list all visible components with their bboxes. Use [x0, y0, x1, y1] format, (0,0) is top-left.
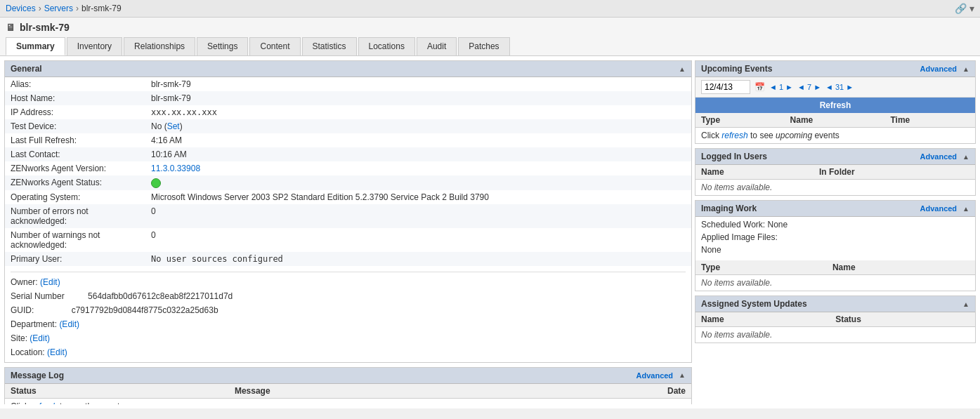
general-section: General ▲ Alias: blr-smk-79 Host Name: b…	[4, 60, 692, 363]
hostname-label: Host Name:	[5, 91, 145, 105]
link-icon[interactable]: 🔗	[955, 3, 967, 14]
table-row: Status Message Date	[5, 384, 691, 399]
right-panel: Upcoming Events Advanced ▲ 📅 ◄ 1 ► ◄ 7 ►…	[695, 60, 976, 404]
agent-version-value: 11.3.0.33908	[145, 161, 691, 175]
applied-value: None	[701, 245, 721, 255]
dropdown-icon[interactable]: ▾	[969, 3, 974, 14]
device-icon: 🖥	[6, 22, 15, 33]
tab-content[interactable]: Content	[249, 37, 300, 55]
table-row: Type Name	[695, 260, 975, 275]
msg-message-col: Message	[229, 384, 513, 399]
assigned-system-updates-section: Assigned System Updates ▲ Name Status No…	[695, 295, 976, 343]
table-row: Last Contact: 10:16 AM	[5, 147, 691, 161]
department-edit-link[interactable]: (Edit)	[59, 319, 79, 329]
msg-text1: Click	[11, 401, 31, 404]
imaging-name-col: Name	[827, 260, 975, 275]
events-text2: to see	[748, 131, 776, 140]
events-time-col: Time	[884, 113, 975, 128]
imaging-work-collapse[interactable]: ▲	[962, 205, 969, 213]
guid-value: c7917792b9d0844f8775c0322a25d63b	[72, 305, 218, 315]
warnings-value: 0	[145, 228, 691, 252]
primary-user-label: Primary User:	[5, 252, 145, 266]
message-log-body: Click refresh to see the events	[5, 399, 691, 404]
top-bar-right: 🔗 ▾	[955, 3, 974, 14]
message-log-advanced[interactable]: Advanced	[636, 371, 674, 380]
date-input[interactable]	[701, 80, 750, 94]
assigned-system-updates-collapse[interactable]: ▲	[962, 300, 969, 308]
logged-users-no-items: No items available.	[695, 180, 975, 195]
breadcrumb-sep1: ›	[39, 4, 41, 13]
upcoming-events-advanced[interactable]: Advanced	[920, 65, 958, 73]
calendar-icon[interactable]: 📅	[754, 82, 765, 92]
divider1	[11, 272, 686, 272]
msg-date-col: Date	[513, 384, 691, 399]
tab-inventory[interactable]: Inventory	[67, 37, 122, 55]
tab-settings[interactable]: Settings	[197, 37, 248, 55]
location-label: Location:	[11, 347, 45, 357]
site-edit-link[interactable]: (Edit)	[30, 333, 50, 343]
breadcrumb-sep2: ›	[76, 4, 79, 13]
primary-user-value: No user sources configured	[145, 252, 691, 266]
table-row: Name In Folder	[695, 165, 975, 180]
serial-row: Serial Number 564dafbb0d67612c8eab8f2217…	[11, 289, 686, 303]
owner-edit-link[interactable]: (Edit)	[40, 277, 60, 287]
set-link[interactable]: Set	[167, 121, 180, 131]
tab-audit[interactable]: Audit	[417, 37, 457, 55]
tab-relationships[interactable]: Relationships	[124, 37, 195, 55]
guid-label: GUID:	[11, 305, 34, 315]
updates-status-col: Status	[830, 312, 975, 327]
general-table: Alias: blr-smk-79 Host Name: blr-smk-79 …	[5, 77, 691, 266]
guid-row: GUID: c7917792b9d0844f8775c0322a25d63b	[11, 303, 686, 317]
events-refresh-link[interactable]: refresh	[721, 131, 747, 140]
table-row: Primary User: No user sources configured	[5, 252, 691, 266]
table-row: Test Device: No (Set)	[5, 119, 691, 133]
users-folder-col: In Folder	[814, 165, 975, 180]
table-row: Name Status	[695, 312, 975, 327]
imaging-work-advanced[interactable]: Advanced	[920, 204, 958, 213]
status-dot	[151, 178, 161, 188]
applied-value-row: None	[701, 245, 969, 255]
logged-in-users-header: Logged In Users Advanced ▲	[695, 149, 975, 165]
agent-status-label: ZENworks Agent Status:	[5, 175, 145, 190]
upcoming-refresh-btn[interactable]: Refresh	[695, 98, 975, 113]
tab-summary[interactable]: Summary	[6, 37, 65, 55]
prev-1-btn[interactable]: ◄ 1 ►	[769, 83, 793, 91]
msg-refresh-link[interactable]: refresh	[31, 401, 57, 404]
page-title-row: 🖥 blr-smk-79	[6, 22, 974, 33]
msg-text2: to see the events	[58, 401, 124, 404]
agent-version-link[interactable]: 11.3.0.33908	[151, 164, 200, 173]
logged-in-users-collapse[interactable]: ▲	[962, 153, 969, 161]
upcoming-events-table: Type Name Time	[695, 113, 975, 128]
message-log-right: Advanced ▲	[636, 371, 686, 380]
site-row: Site: (Edit)	[11, 331, 686, 345]
logged-in-users-advanced[interactable]: Advanced	[920, 152, 958, 161]
general-collapse[interactable]: ▲	[679, 65, 686, 73]
table-row: Host Name: blr-smk-79	[5, 91, 691, 105]
prev-7-btn[interactable]: ◄ 7 ►	[797, 83, 821, 91]
upcoming-events-header: Upcoming Events Advanced ▲	[695, 61, 975, 77]
scheduled-work-row: Scheduled Work: None	[701, 220, 969, 230]
upcoming-events-collapse[interactable]: ▲	[962, 65, 969, 73]
table-row: Operating System: Microsoft Windows Serv…	[5, 190, 691, 204]
tab-locations[interactable]: Locations	[358, 37, 415, 55]
breadcrumb-servers[interactable]: Servers	[44, 4, 73, 13]
breadcrumb-current: blr-smk-79	[81, 4, 122, 13]
location-edit-link[interactable]: (Edit)	[47, 347, 67, 357]
msg-status-col: Status	[5, 384, 229, 399]
general-header: General ▲	[5, 61, 691, 77]
imaging-work-title: Imaging Work	[701, 204, 757, 213]
agent-version-label: ZENworks Agent Version:	[5, 161, 145, 175]
prev-31-btn[interactable]: ◄ 31 ►	[825, 83, 854, 91]
tab-patches[interactable]: Patches	[458, 37, 509, 55]
imaging-no-items: No items available.	[695, 275, 975, 291]
breadcrumb-devices[interactable]: Devices	[6, 4, 36, 13]
table-row: Alias: blr-smk-79	[5, 77, 691, 91]
upcoming-events-section: Upcoming Events Advanced ▲ 📅 ◄ 1 ► ◄ 7 ►…	[695, 60, 976, 144]
message-log-header: Message Log Advanced ▲	[5, 368, 691, 384]
tab-statistics[interactable]: Statistics	[302, 37, 357, 55]
message-log-collapse[interactable]: ▲	[679, 371, 686, 379]
owner-label: Owner:	[11, 277, 38, 287]
users-name-col: Name	[695, 165, 814, 180]
table-row: ZENworks Agent Version: 11.3.0.33908	[5, 161, 691, 175]
serial-value: 564dafbb0d67612c8eab8f2217011d7d	[88, 291, 233, 301]
